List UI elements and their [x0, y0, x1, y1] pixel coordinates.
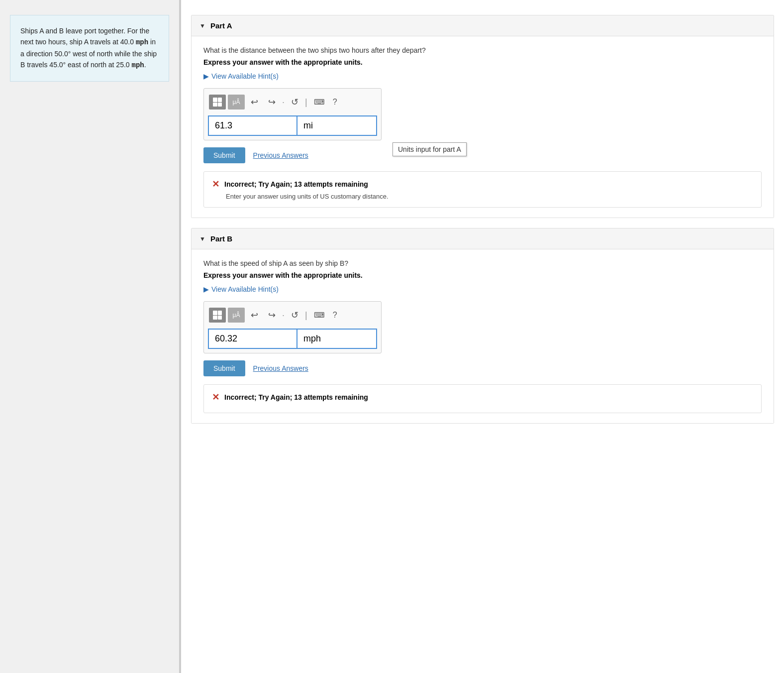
part-b-toolbar: μÂ ↩ ↪ · ↺ | ⌨: [208, 306, 377, 325]
units-tooltip: Units input for part A: [392, 142, 467, 156]
part-a-value-input[interactable]: [208, 115, 297, 136]
part-a-feedback-title: Incorrect; Try Again; 13 attempts remain…: [224, 180, 368, 188]
part-b-body: What is the speed of ship A as seen by s…: [192, 249, 774, 423]
part-b-incorrect-icon: ✕: [212, 392, 219, 403]
part-a-refresh-btn[interactable]: ↺: [287, 95, 302, 110]
part-b-mu-btn[interactable]: μÂ: [228, 308, 245, 323]
part-b-submit-btn[interactable]: Submit: [203, 360, 245, 376]
part-b-keyboard-btn[interactable]: ⌨: [310, 308, 329, 323]
part-b-express: Express your answer with the appropriate…: [203, 271, 762, 279]
part-a-answer-inputs: [208, 115, 377, 136]
part-b-refresh-btn[interactable]: ↺: [287, 308, 302, 323]
part-a-input-widget: μÂ ↩ ↪ · ↺ | ⌨: [203, 88, 382, 140]
part-b-redo-btn[interactable]: ↪: [264, 308, 280, 323]
part-a-keyboard-btn[interactable]: ⌨: [310, 95, 329, 110]
part-a-redo-btn[interactable]: ↪: [264, 95, 280, 110]
toolbar-sep-b-2: |: [304, 310, 308, 321]
part-a-incorrect-icon: ✕: [212, 179, 219, 190]
part-b-title: Part B: [210, 234, 232, 243]
hint-arrow-icon-b: ▶: [203, 285, 209, 293]
part-a-undo-btn[interactable]: ↩: [247, 95, 262, 110]
part-b-feedback-header: ✕ Incorrect; Try Again; 13 attempts rema…: [212, 392, 753, 403]
part-b-answer-inputs: [208, 329, 377, 349]
part-b-feedback-title: Incorrect; Try Again; 13 attempts remain…: [224, 393, 368, 401]
part-b-prev-answers-link[interactable]: Previous Answers: [253, 364, 308, 372]
part-a-help-btn[interactable]: ?: [331, 98, 339, 107]
part-a-feedback-header: ✕ Incorrect; Try Again; 13 attempts rema…: [212, 179, 753, 190]
part-b-hint-link[interactable]: ▶ View Available Hint(s): [203, 285, 762, 293]
part-a-section: ▼ Part A What is the distance between th…: [191, 15, 774, 218]
part-a-grid-btn[interactable]: [209, 95, 226, 110]
problem-text: Ships A and B leave port together. For t…: [20, 27, 157, 69]
part-a-title: Part A: [210, 21, 232, 30]
problem-box: Ships A and B leave port together. For t…: [10, 15, 169, 82]
part-a-express: Express your answer with the appropriate…: [203, 58, 762, 66]
left-panel: Ships A and B leave port together. For t…: [0, 0, 179, 673]
toolbar-sep-1: ·: [282, 97, 285, 108]
part-b-collapse-arrow[interactable]: ▼: [199, 235, 205, 242]
part-a-submit-btn[interactable]: Submit: [203, 147, 245, 163]
part-a-header: ▼ Part A: [192, 15, 774, 36]
part-a-body: What is the distance between the two shi…: [192, 36, 774, 218]
part-b-question: What is the speed of ship A as seen by s…: [203, 259, 762, 267]
part-b-help-btn[interactable]: ?: [331, 311, 339, 320]
toolbar-sep-2: |: [304, 97, 308, 108]
part-a-collapse-arrow[interactable]: ▼: [199, 22, 205, 29]
part-a-question: What is the distance between the two shi…: [203, 46, 762, 54]
part-a-prev-answers-link[interactable]: Previous Answers: [253, 151, 308, 159]
part-a-units-input[interactable]: [297, 115, 377, 136]
part-b-feedback: ✕ Incorrect; Try Again; 13 attempts rema…: [203, 384, 762, 413]
part-b-value-input[interactable]: [208, 329, 297, 349]
part-a-hint-link[interactable]: ▶ View Available Hint(s): [203, 72, 762, 80]
right-panel: ▼ Part A What is the distance between th…: [181, 0, 784, 673]
part-a-feedback: ✕ Incorrect; Try Again; 13 attempts rema…: [203, 171, 762, 208]
part-b-section: ▼ Part B What is the speed of ship A as …: [191, 228, 774, 424]
part-a-toolbar: μÂ ↩ ↪ · ↺ | ⌨: [208, 93, 377, 112]
part-b-undo-btn[interactable]: ↩: [247, 308, 262, 323]
part-b-grid-btn[interactable]: [209, 308, 226, 323]
toolbar-sep-b-1: ·: [282, 310, 285, 321]
part-b-header: ▼ Part B: [192, 228, 774, 249]
part-a-submit-row: Submit Previous Answers Units input for …: [203, 147, 762, 163]
part-b-input-widget: μÂ ↩ ↪ · ↺ | ⌨: [203, 301, 382, 353]
part-a-mu-btn[interactable]: μÂ: [228, 95, 245, 110]
hint-arrow-icon: ▶: [203, 72, 209, 80]
part-b-units-input[interactable]: [297, 329, 377, 349]
part-b-submit-row: Submit Previous Answers: [203, 360, 762, 376]
part-a-feedback-body: Enter your answer using units of US cust…: [226, 193, 753, 200]
